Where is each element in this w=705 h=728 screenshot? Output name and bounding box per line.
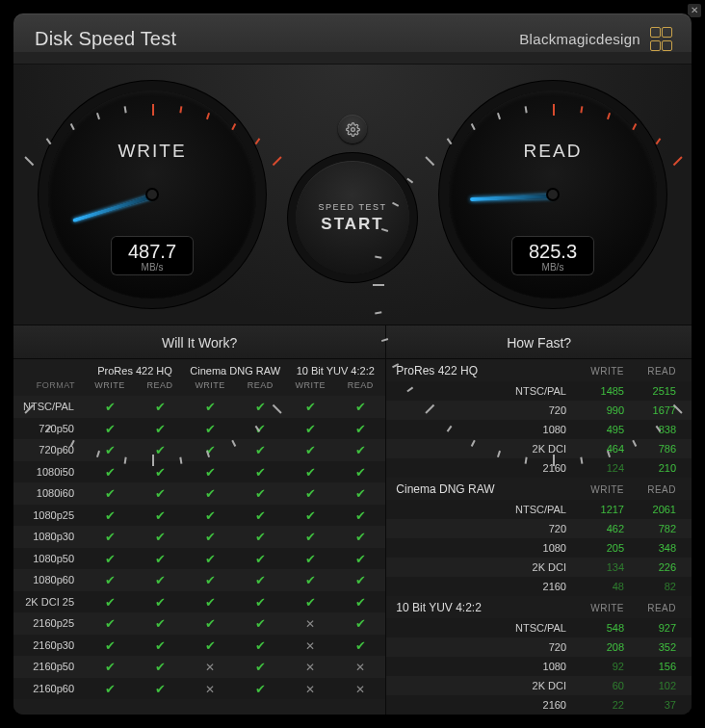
check-icon: ✔ — [185, 507, 235, 524]
speed-row: 21604882 — [386, 577, 692, 596]
format-label: 1080p50 — [13, 553, 85, 564]
brand-label: Blackmagicdesign — [519, 31, 640, 47]
read-gauge-label: READ — [449, 141, 657, 162]
check-icon: ✔ — [235, 441, 285, 458]
speed-format: 2160 — [396, 462, 578, 474]
check-icon: ✔ — [335, 593, 385, 611]
speed-read: 102 — [630, 680, 682, 691]
speed-row: 2K DCI60102 — [386, 676, 692, 695]
codec-name: 10 Bit YUV 4:2:2 — [396, 601, 578, 614]
start-button[interactable]: SPEED TEST START — [296, 161, 409, 274]
speed-read: 2061 — [630, 504, 682, 515]
check-icon: ✔ — [135, 441, 185, 458]
settings-button[interactable] — [338, 115, 367, 143]
col-write: WRITE — [578, 366, 630, 377]
speed-write: 1217 — [578, 504, 630, 515]
check-icon: ✔ — [285, 398, 335, 415]
check-icon: ✔ — [285, 507, 335, 524]
format-row: 720p60✔✔✔✔✔✔ — [13, 439, 385, 461]
speed-read: 210 — [630, 462, 682, 474]
format-label: 1080i60 — [13, 487, 85, 499]
format-label: 1080i50 — [13, 466, 85, 478]
format-label: 1080p25 — [13, 509, 85, 521]
codec-group-header: 10 Bit YUV 4:2:2WRITEREAD — [386, 596, 692, 618]
check-icon: ✔ — [135, 658, 185, 675]
codec-header-row: ProRes 422 HQ Cinema DNG RAW 10 Bit YUV … — [13, 359, 385, 377]
format-label: 1080p30 — [13, 531, 85, 542]
speed-format: 2160 — [396, 581, 578, 592]
format-row: 2160p30✔✔✔✔✕✔ — [13, 635, 385, 657]
check-icon: ✔ — [135, 637, 185, 654]
speed-format: 2K DCI — [396, 680, 578, 691]
check-icon: ✔ — [135, 680, 185, 697]
speed-format: 2160 — [396, 699, 578, 711]
codec-name: Cinema DNG RAW — [396, 482, 578, 496]
close-button[interactable]: ✕ — [688, 4, 701, 17]
speed-write: 464 — [578, 443, 630, 455]
check-icon: ✔ — [185, 571, 235, 588]
x-icon: ✕ — [285, 637, 335, 654]
sub-header-row: FORMAT WRITE READ WRITE READ WRITE READ — [13, 377, 385, 396]
speed-read: 37 — [630, 699, 682, 711]
check-icon: ✔ — [335, 528, 385, 545]
speed-row: NTSC/PAL548927 — [386, 618, 692, 637]
check-icon: ✔ — [285, 484, 335, 502]
check-icon: ✔ — [335, 441, 385, 458]
tables-area: Will It Work? ProRes 422 HQ Cinema DNG R… — [13, 325, 692, 715]
speed-write: 205 — [578, 542, 630, 554]
speed-format: NTSC/PAL — [396, 622, 578, 634]
check-icon: ✔ — [85, 614, 135, 632]
check-icon: ✔ — [85, 637, 135, 654]
check-icon: ✔ — [85, 463, 135, 481]
format-label: 2160p60 — [13, 683, 85, 694]
codec-group-2: 10 Bit YUV 4:2:2 — [285, 359, 385, 377]
write-unit: MB/s — [111, 262, 194, 273]
speed-read: 782 — [630, 523, 682, 534]
format-row: NTSC/PAL✔✔✔✔✔✔ — [13, 396, 385, 418]
format-label: 720p60 — [13, 444, 85, 455]
x-icon: ✕ — [335, 658, 385, 675]
read-readout: 825.3 MB/s — [511, 236, 594, 275]
col-read: READ — [630, 366, 682, 377]
speed-read: 156 — [630, 661, 682, 672]
speed-row: NTSC/PAL12172061 — [386, 500, 692, 519]
check-icon: ✔ — [235, 680, 285, 697]
check-icon: ✔ — [235, 507, 285, 524]
format-row: 1080p25✔✔✔✔✔✔ — [13, 505, 385, 527]
svg-point-0 — [351, 127, 354, 131]
speed-format: NTSC/PAL — [396, 385, 578, 397]
x-icon: ✕ — [335, 680, 385, 697]
format-row: 2160p60✔✔✕✔✕✕ — [13, 678, 385, 700]
gear-icon — [346, 122, 360, 137]
check-icon: ✔ — [235, 614, 285, 632]
speed-write: 48 — [578, 581, 630, 592]
format-row: 1080i60✔✔✔✔✔✔ — [13, 482, 385, 505]
x-icon: ✕ — [285, 680, 335, 697]
format-label: 2160p50 — [13, 661, 85, 672]
speed-row: 2K DCI464786 — [386, 439, 692, 458]
check-icon: ✔ — [185, 484, 235, 502]
speed-write: 60 — [578, 680, 630, 691]
format-header: FORMAT — [13, 377, 85, 396]
check-icon: ✔ — [135, 420, 185, 437]
codec-name: ProRes 422 HQ — [396, 364, 578, 377]
check-icon: ✔ — [235, 658, 285, 675]
speed-read: 927 — [630, 622, 682, 634]
check-icon: ✔ — [235, 593, 285, 611]
check-icon: ✔ — [85, 484, 135, 502]
check-icon: ✔ — [185, 637, 235, 654]
check-icon: ✔ — [185, 593, 235, 611]
speed-format: 1080 — [396, 424, 578, 435]
format-row: 1080p30✔✔✔✔✔✔ — [13, 526, 385, 548]
check-icon: ✔ — [85, 680, 135, 697]
speed-read: 786 — [630, 443, 682, 455]
col-read: READ — [630, 603, 682, 613]
write-gauge: WRITE 487.7 MB/s — [48, 91, 256, 299]
speed-write: 208 — [578, 641, 630, 653]
gauges-area: WRITE 487.7 MB/s SPEED TEST START — [13, 65, 692, 325]
speed-read: 348 — [630, 542, 682, 554]
will-it-work-panel: Will It Work? ProRes 422 HQ Cinema DNG R… — [13, 325, 386, 715]
check-icon: ✔ — [335, 398, 385, 415]
check-icon: ✔ — [335, 637, 385, 654]
speed-format: NTSC/PAL — [396, 504, 578, 515]
